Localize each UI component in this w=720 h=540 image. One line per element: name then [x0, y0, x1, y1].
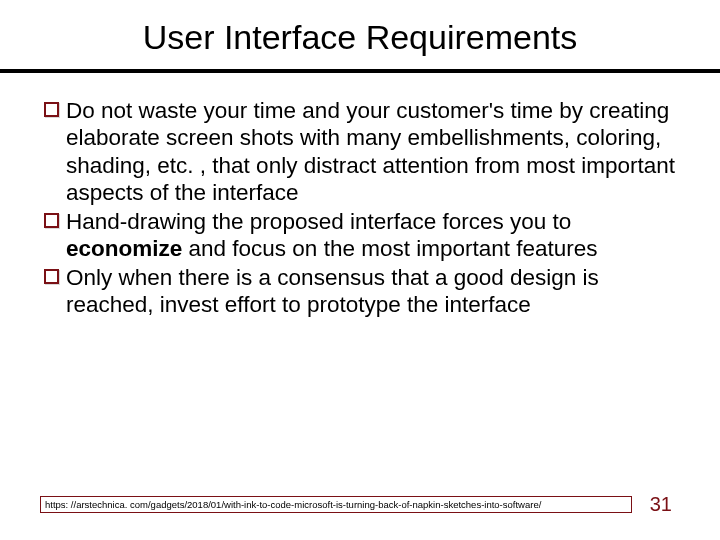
bullet-text: Do not waste your time and your customer…	[66, 97, 676, 207]
page-title: User Interface Requirements	[40, 18, 680, 57]
bullet-text: Hand-drawing the proposed interface forc…	[66, 208, 676, 263]
list-item: Only when there is a consensus that a go…	[44, 264, 676, 319]
square-bullet-icon	[44, 269, 59, 284]
square-bullet-icon	[44, 213, 59, 228]
divider	[0, 69, 720, 73]
list-item: Hand-drawing the proposed interface forc…	[44, 208, 676, 263]
bullet-text: Only when there is a consensus that a go…	[66, 264, 676, 319]
slide: User Interface Requirements Do not waste…	[0, 0, 720, 540]
bullet-list: Do not waste your time and your customer…	[40, 97, 680, 319]
square-bullet-icon	[44, 102, 59, 117]
page-number: 31	[650, 493, 680, 516]
list-item: Do not waste your time and your customer…	[44, 97, 676, 207]
reference-link: https: //arstechnica. com/gadgets/2018/0…	[40, 496, 632, 513]
footer: https: //arstechnica. com/gadgets/2018/0…	[40, 493, 680, 516]
